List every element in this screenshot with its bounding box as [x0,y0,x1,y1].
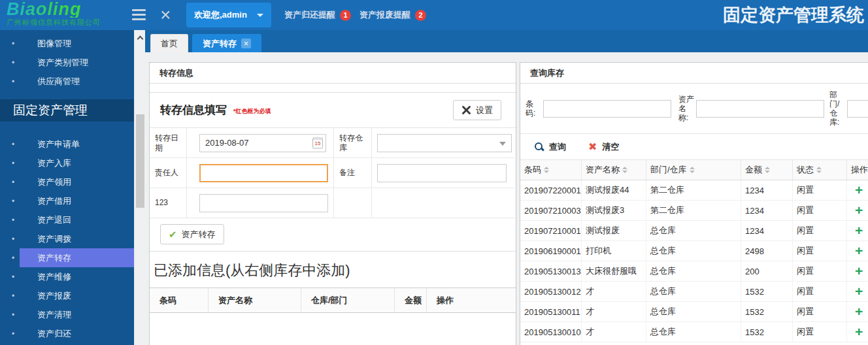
sidebar-item[interactable]: 资产转存 [0,248,134,267]
add-asset-icon[interactable]: + [855,285,863,298]
settings-button[interactable]: 设置 [453,100,501,120]
transfer-date-input[interactable] [199,134,326,152]
sidebar-item[interactable]: 资产领用 [0,172,134,191]
cell-barcode: 201906190001 [520,241,582,261]
close-icon[interactable]: × [160,2,171,28]
remark-input[interactable] [377,164,507,182]
inventory-header-cell[interactable]: 金额 [741,160,793,180]
sidebar-item[interactable]: 资产报废 [0,286,134,305]
sidebar-item[interactable]: 资产申请单 [0,135,134,154]
asset-return-reminder-link[interactable]: 资产归还提醒 1 [284,0,351,30]
dept-search-input[interactable] [847,100,868,118]
cell-amount: 1532 [741,302,793,321]
inventory-row: 201905130011 才 总仓库 1532 闲置 + [520,302,868,322]
inventory-row: 201905130013 大床很舒服哦 总仓库 200 闲置 + [520,261,868,282]
logo-text: Biaoling [7,1,101,18]
cell-dept: 总仓库 [646,221,741,240]
warehouse-select[interactable] [377,134,512,152]
sidebar-item[interactable]: 资产调拨 [0,229,134,248]
tab-asset-transfer[interactable]: 资产转存 × [192,34,261,52]
inventory-header-cell[interactable]: 条码 [520,160,582,180]
added-table-header-cell: 操作 [427,288,516,312]
add-asset-icon[interactable]: + [855,325,863,338]
user-menu-button[interactable]: 欢迎您,admin [186,3,271,27]
scrollbar-thumb[interactable] [136,114,144,208]
barcode-search-input[interactable] [543,100,671,118]
added-table-header-cell: 资产名称 [209,288,301,312]
inventory-search-form: 条码: 资产名称: 部门/仓库: [520,84,868,134]
clear-button-label: 清空 [602,141,619,153]
asset-name-search-label: 资产名称: [678,95,696,122]
cell-barcode: 201905130012 [520,282,582,301]
extra-input[interactable] [199,194,328,212]
query-button[interactable]: 查询 [535,141,566,153]
asset-return-reminder-label: 资产归还提醒 [284,9,335,21]
add-asset-icon[interactable]: + [855,224,863,237]
clear-button[interactable]: ✖ 清空 [588,140,619,153]
inventory-header-cell[interactable]: 操作 [847,160,868,180]
dept-search-label: 部门/仓库: [829,90,847,127]
remark-label: 备注 [334,158,372,188]
cell-barcode: 201905130013 [520,261,582,281]
cell-dept: 第二仓库 [646,180,741,200]
query-button-label: 查询 [549,141,566,153]
asset-scrap-reminder-link[interactable]: 资产报废提醒 2 [359,0,426,30]
added-table-header: 条码资产名称仓库/部门金额操作 [150,288,516,313]
sidebar-item[interactable]: 资产类别管理 [0,53,134,72]
owner-input[interactable] [199,164,328,182]
asset-transfer-submit-button[interactable]: ✔ 资产转存 [160,224,224,244]
calendar-icon[interactable]: 15 [312,137,323,148]
warehouse-label: 转存仓库 [334,128,372,158]
inventory-header-cell[interactable]: 部门/仓库 [646,160,741,180]
sidebar-item[interactable]: 供应商管理 [0,72,134,91]
sort-arrows-icon[interactable] [690,167,695,173]
welcome-label: 欢迎您,admin [194,9,247,21]
cell-asset-name: 测试报废44 [582,180,646,200]
sidebar-scrollbar[interactable] [134,30,145,345]
sidebar-item[interactable]: 资产归还 [0,324,134,343]
cell-dept: 总仓库 [646,302,741,321]
logo[interactable]: Biaoling 广州标领信息科技有限公司 [7,1,101,27]
add-asset-icon[interactable]: + [855,244,863,257]
cell-amount: 1532 [741,322,793,342]
sort-arrows-icon[interactable] [816,167,822,173]
tab-close-icon[interactable]: × [241,39,251,48]
sidebar-item[interactable]: 资产退回 [0,210,134,229]
cell-asset-name: 才 [582,322,646,342]
cell-status: 闲置 [793,180,847,200]
sidebar-item[interactable]: 资产入库 [0,154,134,172]
owner-label: 责任人 [150,158,187,188]
add-asset-icon[interactable]: + [855,265,863,278]
cell-dept: 总仓库 [646,322,741,342]
add-asset-icon[interactable]: + [855,184,863,197]
sidebar-item[interactable]: 资产清理 [0,305,134,324]
system-title: 固定资产管理系统 [723,3,864,27]
cell-status: 闲置 [793,241,847,261]
date-label: 转存日期 [150,128,187,158]
sidebar-section-fixed-assets[interactable]: 固定资产管理 [0,99,134,122]
tab-bar: 首页 资产转存 × [145,30,868,52]
cell-asset-name: 测试报废 [582,221,646,240]
cell-asset-name: 测试报废3 [582,201,646,220]
tab-home[interactable]: 首页 [150,34,188,52]
cell-status: 闲置 [793,282,847,301]
cell-asset-name: 打印机 [582,241,646,261]
cell-amount: 1532 [741,282,793,301]
sort-arrows-icon[interactable] [622,167,627,173]
asset-name-search-input[interactable] [696,100,824,118]
sidebar-item[interactable]: 资产维修 [0,267,134,286]
inventory-header-cell[interactable]: 资产名称 [582,160,646,180]
inventory-row: 201907210001 测试报废 总仓库 1234 闲置 + [520,221,868,241]
sidebar-item[interactable]: 资产借用 [0,191,134,210]
scroll-up-arrow[interactable] [135,30,145,44]
sort-arrows-icon[interactable] [765,167,770,173]
tab-asset-transfer-label: 资产转存 [203,38,237,50]
menu-toggle-icon[interactable] [132,9,146,23]
check-icon: ✔ [169,229,177,240]
sidebar-item[interactable]: 图像管理 [0,34,134,53]
add-asset-icon[interactable]: + [855,305,863,318]
cell-asset-name: 大床很舒服哦 [582,261,646,281]
inventory-header-cell[interactable]: 状态 [793,160,847,180]
sort-arrows-icon[interactable] [544,167,549,173]
add-asset-icon[interactable]: + [855,204,863,217]
